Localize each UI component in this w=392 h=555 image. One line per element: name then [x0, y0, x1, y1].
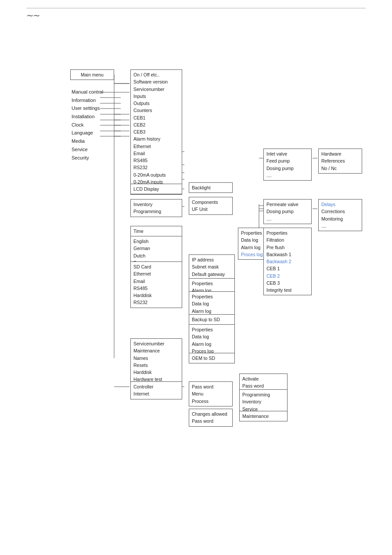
uf-unit-label: UF Unit — [192, 206, 230, 213]
header: ∼∼ — [26, 8, 366, 20]
rs485-alarm-log: Alarm log — [192, 308, 232, 315]
oem-sd-box: OEM to SD — [189, 353, 235, 363]
menu-item-service: Service — [72, 145, 103, 154]
time-label: Time — [133, 228, 179, 235]
backlight-label: Backlight — [192, 184, 230, 191]
install-item-13: RS232 — [133, 164, 179, 171]
menu-item-manual: Manual control — [72, 88, 103, 96]
inv-label: Inventory — [242, 398, 284, 405]
install-item-9: Alarm history — [133, 135, 179, 142]
menu-item-clock: Clock — [72, 121, 103, 129]
install-item-10: Ethernet — [133, 143, 179, 150]
menu-item-security: Security — [72, 154, 103, 162]
lcd-display-box: LCD Display — [130, 184, 182, 194]
install-item-11: Email — [133, 150, 179, 157]
references-label: References — [321, 157, 359, 164]
install-item-2: Servicenumber — [133, 86, 179, 93]
delays-dots: .... — [321, 222, 359, 229]
main-menu-label: Main menu — [81, 72, 104, 77]
backup-sd-box: Backup to SD — [189, 314, 235, 325]
delays-box: Delays Corrections Monitoring .... — [318, 199, 362, 231]
feed-pump-label: Feed pump — [266, 157, 309, 164]
install-item-6: CEB1 — [133, 114, 179, 121]
rs485-properties: Properties — [192, 293, 232, 300]
media-harddisk: Harddisk — [133, 292, 179, 299]
components-uf-box: Components UF Unit — [189, 197, 233, 215]
installation-submenu-box: On / Off etc.. Software version Servicen… — [130, 69, 182, 195]
uf-backwash2: Backwash 2 — [266, 258, 309, 265]
password-label: Pass word — [192, 383, 230, 390]
uf-ceb1: CEB 1 — [266, 265, 309, 272]
hd-data-log: Data log — [192, 333, 232, 340]
changes-allowed-box: Changes allowed Pass word — [189, 409, 233, 427]
uf-properties: Properties — [266, 229, 309, 236]
eth-ip: IP address — [192, 256, 232, 263]
install-item-14: 0-20mA outputs — [133, 171, 179, 178]
hardware-label: Hardware — [321, 150, 359, 157]
email-properties: Properties — [192, 280, 232, 287]
controller-label: Controller — [133, 383, 179, 390]
install-item-1: Software version — [133, 78, 179, 85]
uf-ceb3: CEB 3 — [266, 279, 309, 287]
menu-item-media: Media — [72, 137, 103, 145]
media-sdcard: SD Card — [133, 263, 179, 270]
eth-subnet: Subnet mask — [192, 263, 232, 270]
main-menu-box: Main menu — [70, 69, 114, 80]
uf-unit-sub-box: Properties Filtration Pre flush Backwash… — [263, 228, 312, 295]
monitoring-label: Monitoring — [321, 215, 359, 222]
changes-password-label: Pass word — [192, 417, 230, 424]
permeate-valve-label: Permeate valve — [266, 201, 309, 208]
install-item-5: Counters — [133, 107, 179, 114]
delays-label: Delays — [321, 201, 359, 208]
install-item-3: Inputs — [133, 93, 179, 100]
install-item-4: Outputs — [133, 100, 179, 107]
inlet-valve-box: Inlet valve Feed pump Dosing pump .... — [263, 149, 312, 181]
permeate-dosing-pump: Dosing pump — [266, 208, 309, 215]
oem-sd-label: OEM to SD — [192, 355, 232, 362]
corrections-label: Corrections — [321, 208, 359, 215]
uf-filtration: Filtration — [266, 236, 309, 243]
lang-english: English — [133, 238, 179, 245]
lang-german: German — [133, 245, 179, 252]
backlight-box: Backlight — [189, 182, 233, 193]
password-menu-process-box: Pass word Menu Process — [189, 381, 233, 406]
uf-pre-flush: Pre flush — [266, 244, 309, 251]
activate-password-box: Activate Pass word — [239, 374, 288, 392]
service-names: Names — [133, 355, 179, 362]
maintenance-label: Maintenance — [242, 413, 284, 420]
install-item-0: On / Off etc.. — [133, 71, 179, 78]
inlet-valve-label: Inlet valve — [266, 150, 309, 157]
menu-item-install: Installation — [72, 112, 103, 121]
no-nc-label: No / Nc — [321, 165, 359, 172]
media-ethernet: Ethernet — [133, 270, 179, 277]
main-menu-items: Manual control Information User settings… — [72, 88, 103, 162]
controller-internet-box: Controller Internet — [130, 381, 182, 399]
components-label: Components — [192, 199, 230, 206]
lcd-display-label: LCD Display — [133, 185, 179, 192]
dosing-pump-label: Dosing pump — [266, 165, 309, 172]
programming-label: Programming — [133, 208, 179, 215]
eth-gateway: Default gateway — [192, 271, 232, 278]
process-label: Process — [192, 398, 230, 405]
inventory-label: Inventory — [133, 201, 179, 208]
activate-password-label: Pass word — [242, 382, 284, 389]
inlet-dots: .... — [266, 172, 309, 179]
service-resets: Resets — [133, 362, 179, 369]
changes-allowed-label: Changes allowed — [192, 410, 230, 417]
media-email: Email — [133, 278, 179, 285]
service-harddisk: Harddisk — [133, 369, 179, 376]
install-item-12: RS485 — [133, 157, 179, 164]
media-rs232: RS232 — [133, 299, 179, 306]
logo-icon: ∼∼ — [26, 11, 40, 20]
maintenance-box: Maintenance — [239, 411, 288, 421]
prog-label: Programming — [242, 391, 284, 398]
rs485-data-log: Data log — [192, 300, 232, 307]
uf-integrity-test: Integrity test — [266, 287, 309, 294]
hd-properties: Properties — [192, 326, 232, 333]
permeate-valve-box: Permeate valve Dosing pump .... — [263, 199, 312, 224]
menu-item-lang: Language — [72, 129, 103, 137]
uf-backwash1: Backwash 1 — [266, 251, 309, 258]
service-maintenance: Maintenance — [133, 347, 179, 354]
service-servicenumber: Servicenumber — [133, 340, 179, 347]
activate-label: Activate — [242, 375, 284, 382]
